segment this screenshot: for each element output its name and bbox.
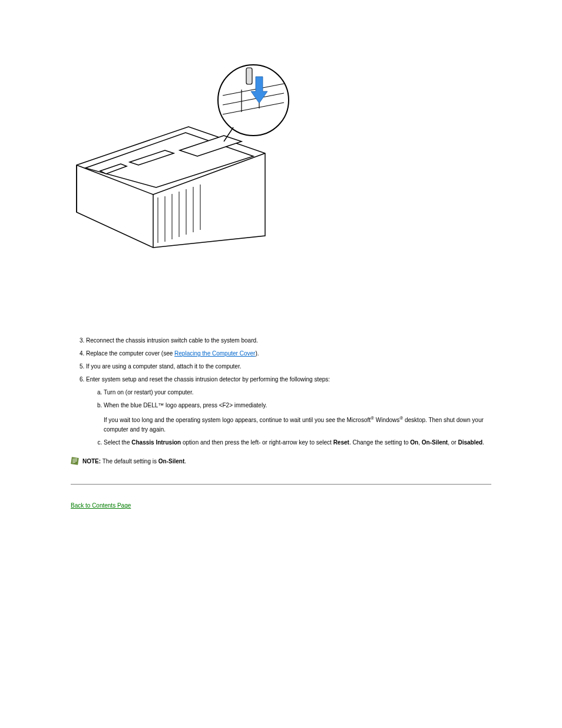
step-6c-3: . Change the setting to	[349, 439, 410, 446]
section-divider	[71, 484, 491, 485]
step-6b-follow-1: If you wait too long and the operating s…	[104, 417, 371, 423]
note-text-2: .	[184, 458, 186, 465]
step-6b-follow-2: Windows	[374, 417, 399, 423]
note-icon	[71, 457, 79, 465]
step-4-text: Replace the computer cover (see	[86, 350, 174, 357]
note-bold: On-Silent	[158, 458, 184, 465]
step-6c-1: Select the	[104, 439, 131, 446]
step-3: Reconnect the chassis intrusion switch c…	[86, 336, 491, 345]
step-6c-6: .	[482, 439, 484, 446]
back-to-contents-link[interactable]: Back to Contents Page	[71, 502, 131, 509]
step-6c: Select the Chassis Intrusion option and …	[104, 438, 491, 447]
step-6c-bold-1: Chassis Intrusion	[131, 439, 181, 446]
step-6a: Turn on (or restart) your computer.	[104, 388, 491, 397]
step-6c-bold-2: Reset	[333, 439, 349, 446]
step-6c-bold-3: On	[410, 439, 418, 446]
step-6b-follow: If you wait too long and the operating s…	[104, 415, 491, 434]
note-text-1: The default setting is	[101, 458, 158, 465]
note-block: NOTE: The default setting is On-Silent.	[71, 457, 491, 466]
svg-point-7	[218, 65, 289, 136]
step-4-tail: ).	[255, 350, 259, 357]
step-4: Replace the computer cover (see Replacin…	[86, 349, 491, 358]
replacing-cover-link[interactable]: Replacing the Computer Cover	[174, 350, 255, 357]
step-6c-bold-4: On-Silent	[422, 439, 448, 446]
step-6c-5: , or	[448, 439, 458, 446]
step-5-text: If you are using a computer stand, attac…	[86, 363, 241, 370]
step-6b-text: When the blue DELL™ logo appears, press …	[104, 401, 491, 410]
step-6-intro: Enter system setup and reset the chassis…	[86, 376, 330, 383]
step-3-text: Reconnect the chassis intrusion switch c…	[86, 337, 258, 344]
step-6-substeps: Turn on (or restart) your computer. When…	[86, 388, 491, 447]
instruction-list: Reconnect the chassis intrusion switch c…	[71, 336, 491, 447]
svg-rect-15	[71, 457, 79, 466]
chassis-intrusion-figure	[71, 0, 491, 330]
step-6a-text: Turn on (or restart) your computer.	[104, 389, 193, 396]
step-6c-2: option and then press the left- or right…	[181, 439, 333, 446]
step-5: If you are using a computer stand, attac…	[86, 362, 491, 371]
step-6b: When the blue DELL™ logo appears, press …	[104, 401, 491, 434]
note-label: NOTE:	[82, 458, 101, 465]
step-6: Enter system setup and reset the chassis…	[86, 375, 491, 447]
note-text: NOTE: The default setting is On-Silent.	[82, 457, 186, 466]
svg-rect-14	[246, 68, 252, 84]
step-6c-bold-5: Disabled	[458, 439, 482, 446]
